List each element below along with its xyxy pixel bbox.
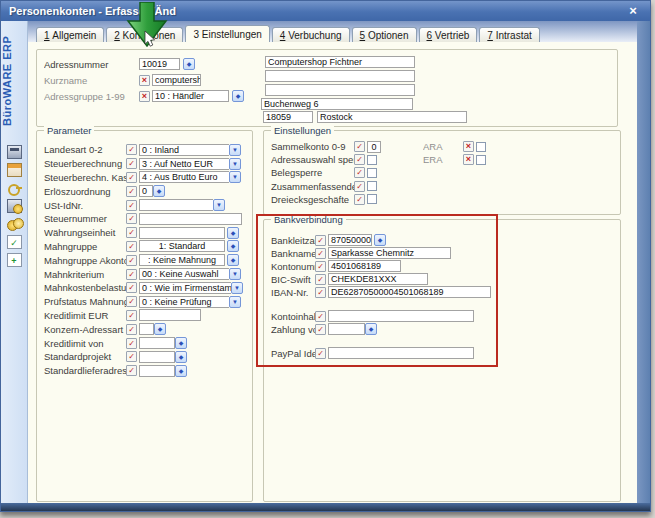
edit-check-icon[interactable]: ✓ — [126, 324, 137, 335]
standardprojekt-field[interactable] — [139, 351, 175, 363]
mahngruppe-akonto-field[interactable]: : Keine Mahnung — [139, 254, 225, 266]
pruefstatus-field[interactable]: 0 : Keine Prüfung — [139, 296, 229, 308]
tab-verbuchung[interactable]: 4 Verbuchung — [272, 27, 350, 42]
edit-check-icon[interactable]: ✓ — [315, 248, 326, 259]
calculator-coins-icon[interactable] — [7, 199, 22, 213]
key-icon[interactable] — [7, 181, 22, 195]
edit-check-icon[interactable]: ✓ — [126, 351, 137, 362]
adressnummer-spinner-icon[interactable]: ◆ — [183, 58, 195, 70]
sammelkonto-field[interactable]: 0 — [367, 141, 381, 153]
address-name-field[interactable]: Computershop Fichtner — [265, 56, 415, 68]
tab-intrastat[interactable]: 7 Intrastat — [479, 27, 539, 42]
edit-check-icon[interactable]: ✓ — [126, 172, 137, 183]
edit-check-icon[interactable]: ✓ — [315, 261, 326, 272]
ust-idnr-field[interactable] — [139, 199, 213, 211]
spinner-icon[interactable]: ◆ — [227, 254, 239, 266]
kontonummer-field[interactable]: 4501068189 — [328, 260, 401, 272]
kreditlimit-eur-field[interactable] — [139, 309, 201, 321]
edit-check-icon[interactable]: ✓ — [126, 227, 137, 238]
spinner-icon[interactable]: ◆ — [175, 365, 187, 377]
dreiecksgeschaefte-checkbox[interactable] — [367, 194, 377, 204]
kurzname-clear-icon[interactable]: × — [139, 75, 150, 86]
steuerberechn-kasse-field[interactable]: 4 : Aus Brutto Euro — [139, 171, 229, 183]
edit-check-icon[interactable]: ✓ — [354, 167, 365, 178]
address-line3-field[interactable] — [265, 84, 415, 96]
address-street-field[interactable]: Buchenweg 6 — [261, 98, 413, 110]
era-checkbox[interactable] — [476, 155, 486, 165]
edit-check-icon[interactable]: ✓ — [126, 241, 137, 252]
kreditlimit-von-field[interactable] — [139, 337, 175, 349]
edit-check-icon[interactable]: ✓ — [126, 310, 137, 321]
bic-swift-field[interactable]: CHEKDE81XXX — [328, 273, 428, 285]
edit-check-icon[interactable]: ✓ — [315, 274, 326, 285]
edit-check-icon[interactable]: ✓ — [354, 141, 365, 152]
spinner-icon[interactable]: ◆ — [154, 323, 166, 335]
erloeszuordnung-field[interactable]: 0 — [139, 185, 153, 197]
ara-checkbox[interactable] — [476, 142, 486, 152]
edit-check-icon[interactable]: ✓ — [126, 213, 137, 224]
zusammenfassende-meldung-checkbox[interactable] — [367, 181, 377, 191]
iban-field[interactable]: DE62870500004501068189 — [328, 286, 491, 298]
mahngruppe-field[interactable]: 1: Standard — [139, 240, 225, 252]
address-city-field[interactable]: Rostock — [317, 111, 467, 123]
spinner-icon[interactable]: ◆ — [374, 234, 386, 246]
tab-konditionen[interactable]: 2 Konditionen — [106, 27, 183, 42]
edit-check-icon[interactable]: ✓ — [315, 235, 326, 246]
spinner-icon[interactable]: ◆ — [175, 351, 187, 363]
edit-check-icon[interactable]: ✓ — [126, 269, 137, 280]
tab-allgemein[interactable]: 1 Allgemein — [36, 27, 104, 42]
spinner-icon[interactable]: ◆ — [153, 185, 165, 197]
waehrungseinheit-field[interactable] — [139, 227, 225, 239]
mahnkostenbelastung-field[interactable]: 0 : Wie im Firmenstamm eing — [139, 282, 231, 294]
tab-vertrieb[interactable]: 6 Vertrieb — [419, 27, 478, 42]
zahlung-von-field[interactable] — [328, 323, 365, 335]
spinner-icon[interactable]: ◆ — [175, 337, 187, 349]
coins-icon[interactable] — [7, 217, 22, 231]
edit-check-icon[interactable]: ✓ — [126, 338, 137, 349]
belegsperre-checkbox[interactable] — [367, 168, 377, 178]
adressgruppe-clear-icon[interactable]: × — [139, 91, 150, 102]
edit-check-icon[interactable]: ✓ — [315, 348, 326, 359]
dropdown-icon[interactable]: ▼ — [229, 171, 241, 183]
mahnkriterium-field[interactable]: 00 : Keine Auswahl — [139, 268, 229, 280]
edit-check-icon[interactable]: ✓ — [126, 186, 137, 197]
steuernummer-field[interactable] — [139, 213, 242, 225]
tab-einstellungen[interactable]: 3 Einstellungen — [185, 25, 269, 42]
address-zip-field[interactable]: 18059 — [263, 111, 313, 123]
ara-clear-icon[interactable]: × — [463, 141, 474, 152]
dropdown-icon[interactable]: ▼ — [229, 268, 241, 280]
standardlieferadresse-field[interactable] — [139, 365, 175, 377]
konzern-adressart-field[interactable] — [139, 323, 154, 335]
bankname-field[interactable]: Sparkasse Chemnitz — [328, 247, 451, 259]
edit-check-icon[interactable]: ✓ — [126, 144, 137, 155]
bankleitzahl-field[interactable]: 87050000 — [328, 234, 372, 246]
kurzname-field[interactable]: computersh — [152, 74, 201, 86]
edit-check-icon[interactable]: ✓ — [315, 311, 326, 322]
steuerberechnung-field[interactable]: 3 : Auf Netto EUR — [139, 158, 229, 170]
address-line2-field[interactable] — [265, 70, 415, 82]
edit-check-icon[interactable]: ✓ — [126, 365, 137, 376]
dropdown-icon[interactable]: ▼ — [229, 144, 241, 156]
calculator-icon[interactable] — [7, 145, 22, 159]
dropdown-icon[interactable]: ▼ — [229, 158, 241, 170]
edit-check-icon[interactable]: ✓ — [315, 287, 326, 298]
close-icon[interactable]: × — [625, 3, 641, 18]
kontoinhaber-field[interactable] — [328, 310, 474, 322]
edit-check-icon[interactable]: ✓ — [126, 296, 137, 307]
edit-check-icon[interactable]: ✓ — [126, 255, 137, 266]
edit-check-icon[interactable]: ✓ — [126, 158, 137, 169]
adressgruppe-spinner-icon[interactable]: ◆ — [232, 90, 244, 102]
dropdown-icon[interactable]: ▼ — [231, 282, 243, 294]
edit-check-icon[interactable]: ✓ — [126, 200, 137, 211]
paypal-ident-field[interactable] — [328, 347, 474, 359]
adressnummer-field[interactable]: 10019 — [139, 58, 180, 70]
edit-check-icon[interactable]: ✓ — [354, 194, 365, 205]
document-check-icon[interactable]: ✓ — [7, 235, 22, 249]
landesart-field[interactable]: 0 : Inland — [139, 144, 229, 156]
adressgruppe-field[interactable]: 10 : Händler — [152, 90, 229, 102]
dropdown-icon[interactable]: ▼ — [229, 296, 241, 308]
spinner-icon[interactable]: ◆ — [365, 323, 377, 335]
adressauswahl-sperren-checkbox[interactable] — [367, 155, 377, 165]
dropdown-icon[interactable]: ▼ — [213, 199, 225, 211]
spinner-icon[interactable]: ◆ — [227, 227, 239, 239]
